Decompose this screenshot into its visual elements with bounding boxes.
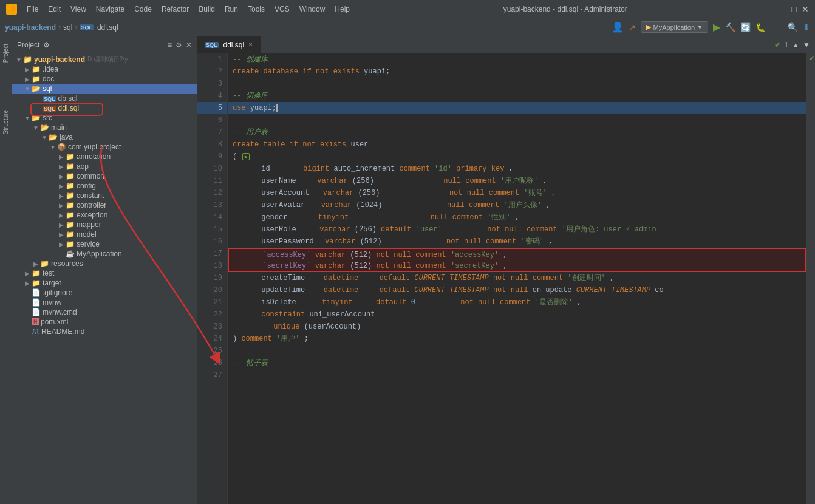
tree-src[interactable]: ▼ 📂 src	[12, 113, 197, 123]
menu-bar[interactable]: File Edit View Navigate Code Refactor Bu…	[24, 4, 352, 15]
reload-button[interactable]: 🔄	[740, 22, 751, 32]
settings-icon[interactable]: ⚙	[176, 41, 182, 49]
controller-icon: 📁	[66, 201, 75, 209]
search-button[interactable]: 🔍	[788, 22, 798, 32]
test-icon: 📁	[32, 269, 41, 278]
tree-db-sql[interactable]: SQL db.sql	[12, 94, 197, 103]
tree-mapper[interactable]: ▶ 📁 mapper	[12, 220, 197, 230]
minimize-button[interactable]: —	[779, 4, 787, 14]
java-arrow: ▼	[40, 134, 49, 141]
tree-common[interactable]: ▶ 📁 common	[12, 171, 197, 181]
breadcrumb-root[interactable]: yuapi-backend	[5, 23, 56, 32]
cursor-icon[interactable]: ↗	[629, 22, 636, 32]
aop-arrow: ▶	[57, 163, 66, 170]
menu-window[interactable]: Window	[297, 4, 328, 15]
root-path: D:\星球项目2\y	[87, 55, 128, 64]
tree-idea[interactable]: ▶ 📁 .idea	[12, 64, 197, 74]
run-button[interactable]: ▶	[713, 21, 720, 33]
menu-view[interactable]: View	[68, 4, 89, 15]
profile-icon[interactable]: 👤	[612, 21, 624, 33]
titlebar: 🔶 File Edit View Navigate Code Refactor …	[0, 0, 815, 18]
service-icon: 📁	[66, 240, 75, 248]
tab-label: ddl.sql	[223, 41, 245, 49]
tree-constant[interactable]: ▶ 📁 constant	[12, 191, 197, 200]
menu-help[interactable]: Help	[332, 4, 352, 15]
ln-11: 11	[197, 175, 227, 187]
ln-13: 13	[197, 199, 227, 211]
vert-tab-structure[interactable]: Structure	[1, 105, 10, 140]
tree-myapp[interactable]: ☕ MyApplication	[12, 249, 197, 259]
service-arrow: ▶	[57, 241, 66, 248]
code-line-8: create table if not exists user	[228, 138, 806, 151]
exception-icon: 📁	[66, 211, 75, 219]
tree-sql[interactable]: ▼ 📂 sql	[12, 84, 197, 94]
menu-build[interactable]: Build	[196, 4, 217, 15]
tree-main[interactable]: ▼ 📂 main	[12, 123, 197, 132]
tree-controller[interactable]: ▶ 📁 controller	[12, 200, 197, 210]
doc-label: doc	[43, 75, 54, 83]
sidebar-gear-icon[interactable]: ⚙	[43, 41, 50, 49]
code-line-10: id bigint auto_increment comment 'id' pr…	[228, 163, 806, 175]
tree-test[interactable]: ▶ 📁 test	[12, 268, 197, 278]
project-tree: ▼ 📁 yuapi-backend D:\星球项目2\y ▶ 📁 .idea ▶…	[12, 53, 197, 504]
tree-config[interactable]: ▶ 📁 config	[12, 181, 197, 191]
vert-tab-project[interactable]: Project	[1, 39, 10, 67]
menu-edit[interactable]: Edit	[46, 4, 63, 15]
code-line-19: createTime datetime default CURRENT_TIME…	[228, 272, 806, 284]
tree-service[interactable]: ▶ 📁 service	[12, 239, 197, 249]
tree-root[interactable]: ▼ 📁 yuapi-backend D:\星球项目2\y	[12, 55, 197, 64]
tree-aop[interactable]: ▶ 📁 aop	[12, 162, 197, 171]
root-arrow: ▼	[15, 56, 23, 63]
tree-com-yupi[interactable]: ▼ 📦 com.yupi.project	[12, 142, 197, 152]
close-sidebar-icon[interactable]: ✕	[186, 41, 192, 49]
mvnw-arrow	[23, 299, 32, 306]
tree-doc[interactable]: ▶ 📁 doc	[12, 74, 197, 84]
close-button[interactable]: ✕	[802, 4, 809, 14]
tree-ddl-sql[interactable]: SQL ddl.sql	[12, 103, 197, 113]
run-config-chevron[interactable]: ▼	[697, 24, 703, 30]
menu-navigate[interactable]: Navigate	[94, 4, 127, 15]
tree-model[interactable]: ▶ 📁 model	[12, 230, 197, 239]
debug-button[interactable]: 🐛	[755, 22, 766, 32]
tree-readme[interactable]: ℳ README.md	[12, 327, 197, 336]
ln-24: 24	[197, 333, 227, 345]
window-controls[interactable]: — □ ✕	[779, 4, 809, 14]
update-button[interactable]: ⬇	[803, 22, 810, 32]
code-content[interactable]: -- 创建库 create database if not exists yua…	[228, 53, 806, 504]
check-icon: ✔	[774, 40, 781, 49]
collapse-all-icon[interactable]: ≡	[168, 41, 172, 49]
readme-label: README.md	[41, 327, 84, 336]
menu-tools[interactable]: Tools	[245, 4, 267, 15]
src-label: src	[43, 114, 52, 122]
menu-run[interactable]: Run	[222, 4, 240, 15]
menu-file[interactable]: File	[24, 4, 41, 15]
menu-refactor[interactable]: Refactor	[159, 4, 191, 15]
com-yupi-arrow: ▼	[49, 144, 57, 151]
menu-code[interactable]: Code	[132, 4, 154, 15]
run-config[interactable]: ▶ MyApplication ▼	[641, 21, 708, 33]
tree-exception[interactable]: ▶ 📁 exception	[12, 210, 197, 220]
tree-gitignore[interactable]: 📄 .gitignore	[12, 288, 197, 298]
mvnw-cmd-arrow	[23, 309, 32, 316]
tree-annotation[interactable]: ▶ 📁 annotation	[12, 152, 197, 162]
tree-mvnw[interactable]: 📄 mvnw	[12, 298, 197, 307]
tree-target[interactable]: ▶ 📁 target	[12, 278, 197, 288]
ln-26: 26	[197, 357, 227, 369]
tree-pom[interactable]: 🅼 pom.xml	[12, 317, 197, 327]
nav-up-icon[interactable]: ▲	[792, 41, 799, 49]
pom-label: pom.xml	[41, 318, 68, 326]
maximize-button[interactable]: □	[792, 4, 797, 14]
ln-1: 1	[197, 53, 227, 66]
tree-mvnw-cmd[interactable]: 📄 mvnw.cmd	[12, 307, 197, 317]
src-arrow: ▼	[23, 115, 32, 121]
menu-vcs[interactable]: VCS	[272, 4, 292, 15]
tree-resources[interactable]: ▶ 📁 resources	[12, 259, 197, 268]
breadcrumb-sql[interactable]: sql	[63, 23, 72, 32]
build-button[interactable]: 🔨	[725, 22, 735, 32]
project-sidebar: Project ⚙ ≡ ⚙ ✕ ▼ 📁 yuapi-backend D:\星球项…	[12, 36, 197, 504]
tree-java[interactable]: ▼ 📂 java	[12, 132, 197, 142]
nav-down-icon[interactable]: ▼	[803, 41, 810, 49]
tab-close-button[interactable]: ✕	[248, 41, 253, 49]
tab-ddl-sql[interactable]: SQL ddl.sql ✕	[197, 36, 261, 53]
breadcrumb-file[interactable]: ddl.sql	[97, 23, 118, 32]
